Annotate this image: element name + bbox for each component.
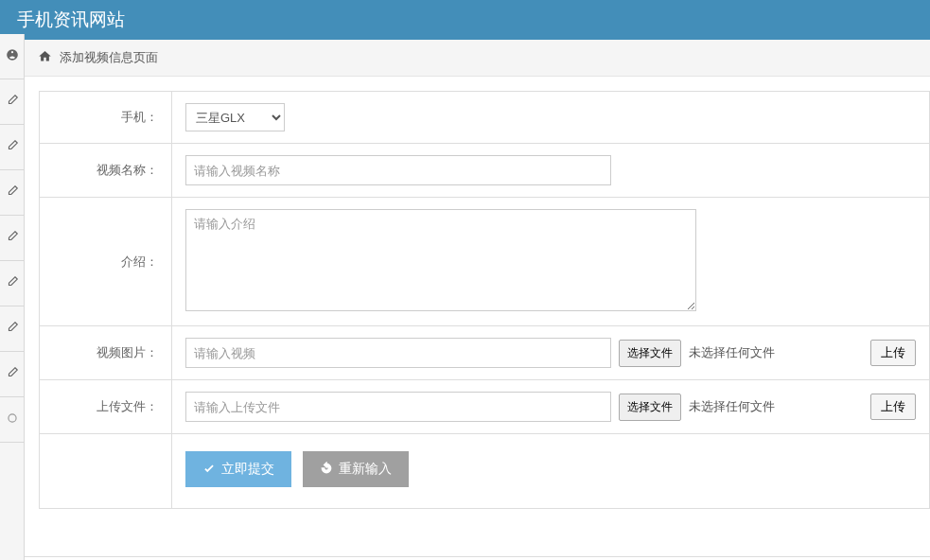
submit-label: 立即提交 <box>221 461 274 478</box>
intro-label: 介绍： <box>40 198 172 326</box>
video-image-label: 视频图片： <box>40 326 172 380</box>
form-table: 手机： 三星GLX 视频名称： 介绍： 视频图片： 选 <box>39 91 930 509</box>
dashboard-icon <box>6 48 19 64</box>
footer: 手机资讯网站 CSDN @qq_251836457 <box>25 556 930 560</box>
upload-file-label: 上传文件： <box>40 380 172 434</box>
edit-icon <box>6 321 19 337</box>
video-image-choose-button[interactable]: 选择文件 <box>619 340 681 367</box>
content: 手机： 三星GLX 视频名称： 介绍： 视频图片： 选 <box>25 77 930 509</box>
video-image-upload-button[interactable]: 上传 <box>870 340 916 366</box>
video-image-input[interactable] <box>185 338 611 368</box>
phone-label: 手机： <box>40 92 172 144</box>
video-image-status: 未选择任何文件 <box>689 344 775 361</box>
reset-button[interactable]: 重新输入 <box>303 451 409 487</box>
reset-icon <box>320 462 333 478</box>
svg-point-0 <box>8 414 15 422</box>
upload-file-upload-button[interactable]: 上传 <box>870 394 916 420</box>
reset-label: 重新输入 <box>339 461 392 478</box>
breadcrumb-text: 添加视频信息页面 <box>60 49 158 66</box>
sidebar-item-dashboard[interactable] <box>0 34 24 79</box>
breadcrumb: 添加视频信息页面 <box>25 40 930 77</box>
sidebar-item-8[interactable] <box>0 397 24 443</box>
upload-file-choose-button[interactable]: 选择文件 <box>619 394 681 421</box>
video-name-input[interactable] <box>185 155 611 185</box>
phone-select[interactable]: 三星GLX <box>185 103 285 131</box>
edit-icon <box>6 139 19 155</box>
sidebar-item-4[interactable] <box>0 216 24 261</box>
sidebar-item-2[interactable] <box>0 125 24 170</box>
sidebar-item-5[interactable] <box>0 261 24 306</box>
sidebar-item-1[interactable] <box>0 79 24 125</box>
home-icon <box>38 49 52 66</box>
upload-file-input[interactable] <box>185 392 611 422</box>
check-icon <box>202 462 216 478</box>
site-header: 手机资讯网站 <box>0 0 930 40</box>
edit-icon <box>6 275 19 291</box>
sidebar-item-3[interactable] <box>0 170 24 216</box>
edit-icon <box>6 230 19 246</box>
site-title: 手机资讯网站 <box>17 9 125 29</box>
upload-file-status: 未选择任何文件 <box>689 398 775 415</box>
submit-button[interactable]: 立即提交 <box>185 451 291 487</box>
intro-textarea[interactable] <box>185 209 696 311</box>
circle-icon <box>6 411 19 428</box>
edit-icon <box>6 184 19 201</box>
video-name-label: 视频名称： <box>40 144 172 198</box>
sidebar <box>0 34 25 560</box>
sidebar-item-7[interactable] <box>0 352 24 397</box>
edit-icon <box>6 94 19 110</box>
edit-icon <box>6 366 19 382</box>
sidebar-item-6[interactable] <box>0 306 24 352</box>
